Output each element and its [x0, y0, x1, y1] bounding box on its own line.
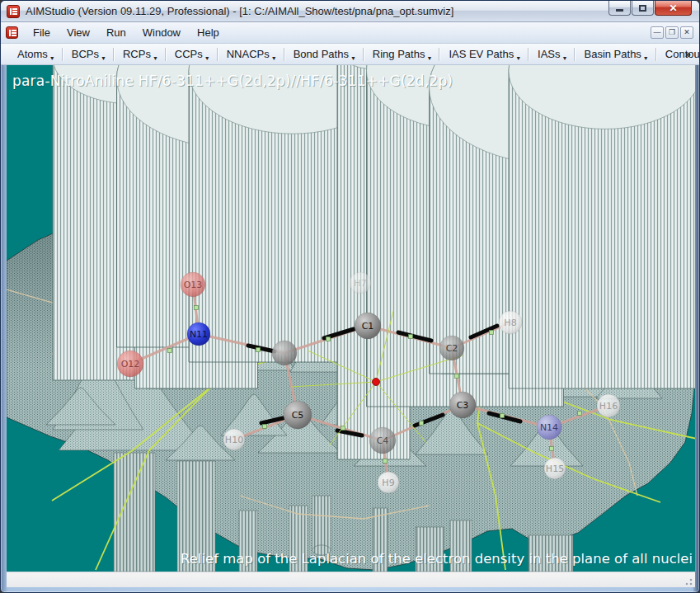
- toolbar-separator: [62, 48, 63, 61]
- ring-critical-point: [373, 379, 380, 386]
- toolbar-separator: [363, 48, 364, 61]
- toolbar-button-label: IAS EV Paths: [449, 48, 514, 60]
- bond-critical-point: [168, 349, 172, 353]
- dropdown-arrow-icon: ▼: [643, 55, 649, 61]
- toolbar-button-label: RCPs: [123, 48, 151, 60]
- toolbar-separator: [655, 48, 656, 61]
- app-icon: [7, 5, 20, 18]
- dropdown-arrow-icon: ▼: [350, 55, 356, 61]
- toolbar-button-ias-ev-paths[interactable]: IAS EV Paths▼: [441, 45, 526, 64]
- toolbar-button-label: BCPs: [72, 48, 99, 60]
- toolbar-separator: [113, 48, 114, 61]
- mdi-minimize-button[interactable]: —: [651, 26, 664, 39]
- bond-critical-point: [327, 337, 331, 341]
- close-button[interactable]: ✕: [655, 1, 692, 16]
- toolbar-button-label: CCPs: [175, 48, 203, 60]
- toolbar-separator: [284, 48, 284, 61]
- bond-critical-point: [263, 425, 267, 429]
- toolbar-button-label: Contours: [665, 48, 700, 60]
- window-title: AIMStudio (Version 09.11.29, Professiona…: [26, 5, 453, 17]
- maximize-button[interactable]: [632, 1, 654, 16]
- plot-title-overlay: para-NitroAniline HF/6-311++G(2d,2p)//HF…: [12, 73, 453, 89]
- menu-items: FileViewRunWindowHelp: [25, 23, 228, 42]
- atom-label-O12: O12: [121, 359, 140, 369]
- bond-critical-point: [195, 306, 199, 310]
- dropdown-arrow-icon: ▼: [271, 55, 277, 61]
- atom-label-H16: H16: [599, 401, 618, 412]
- atom-label-C3: C3: [457, 400, 469, 411]
- bond-critical-point: [409, 335, 413, 339]
- toolbar-button-label: Bond Paths: [294, 48, 349, 60]
- caption-line-1: Relief map of the Laplacian of the elect…: [181, 550, 695, 568]
- bond-critical-point: [550, 447, 554, 451]
- mdi-restore-button[interactable]: ❐: [665, 26, 679, 39]
- toolbar-separator: [528, 48, 529, 61]
- menu-item-file[interactable]: File: [25, 23, 59, 42]
- toolbar: Atoms▼BCPs▼RCPs▼CCPs▼NNACPs▼Bond Paths▼R…: [1, 44, 699, 65]
- menu-item-window[interactable]: Window: [134, 23, 189, 42]
- toolbar-button-contours[interactable]: Contours▼: [658, 45, 700, 64]
- bond-critical-point: [383, 459, 388, 464]
- close-icon: ✕: [669, 2, 677, 14]
- atom-label-C4: C4: [377, 435, 389, 446]
- bond-critical-point: [578, 412, 582, 416]
- atom-sphere: [272, 341, 297, 365]
- minimize-button[interactable]: [608, 1, 631, 16]
- maximize-icon: [639, 5, 646, 12]
- atom-label-C2: C2: [446, 343, 458, 354]
- bond-critical-point: [420, 421, 424, 426]
- caption-buttons: ✕: [608, 1, 692, 16]
- toolbar-button-ccps[interactable]: CCPs▼: [167, 45, 215, 64]
- atom-label-O13: O13: [184, 280, 203, 290]
- atom-label-H15: H15: [546, 464, 564, 474]
- dropdown-arrow-icon: ▼: [153, 55, 158, 61]
- toolbar-separator: [165, 48, 166, 61]
- relief-map-scene: O13H7C2H8O12N11C1C5C4C3H10H9N14H16H15: [7, 65, 695, 572]
- menu-bar: FileViewRunWindowHelp — ❐ ✕: [1, 22, 699, 44]
- menu-item-help[interactable]: Help: [189, 23, 228, 42]
- atom-label-H9: H9: [382, 478, 394, 488]
- toolbar-button-label: IASs: [538, 48, 560, 60]
- atom-label-N11: N11: [190, 329, 208, 340]
- atom-label-C1: C1: [362, 321, 374, 332]
- dropdown-arrow-icon: ▼: [515, 55, 521, 61]
- toolbar-separator: [439, 48, 439, 61]
- toolbar-separator: [217, 48, 218, 61]
- title-bar[interactable]: AIMStudio (Version 09.11.29, Professiona…: [1, 1, 699, 22]
- dropdown-arrow-icon: ▼: [49, 55, 55, 61]
- toolbar-separator: [574, 48, 575, 61]
- bond-critical-point: [455, 374, 459, 379]
- bond-critical-point: [256, 348, 261, 352]
- mdi-close-button[interactable]: ✕: [680, 26, 693, 39]
- dropdown-arrow-icon: ▼: [562, 55, 568, 61]
- atom-label-H7: H7: [354, 278, 366, 289]
- toolbar-button-rcps[interactable]: RCPs▼: [115, 45, 163, 64]
- bond-critical-point: [500, 414, 505, 418]
- status-bar: [7, 572, 695, 587]
- toolbar-button-bond-paths[interactable]: Bond Paths▼: [286, 45, 361, 64]
- toolbar-button-iass[interactable]: IASs▼: [530, 45, 572, 64]
- dropdown-arrow-icon: ▼: [204, 55, 210, 61]
- bond-critical-point: [490, 331, 494, 335]
- toolbar-button-label: NNACPs: [227, 48, 270, 60]
- mdi-child-icon[interactable]: [6, 26, 18, 39]
- resize-grip[interactable]: [683, 576, 693, 586]
- toolbar-button-nnacps[interactable]: NNACPs▼: [219, 45, 282, 64]
- below-plane-column: [114, 453, 155, 572]
- toolbar-overflow-chevron[interactable]: »: [685, 48, 691, 60]
- atom-label-N14: N14: [540, 422, 558, 433]
- toolbar-button-label: Basin Paths: [584, 48, 641, 60]
- toolbar-button-basin-paths[interactable]: Basin Paths▼: [576, 45, 653, 64]
- menu-item-run[interactable]: Run: [98, 23, 134, 42]
- toolbar-button-atoms[interactable]: Atoms▼: [10, 45, 60, 64]
- plot-caption: Relief map of the Laplacian of the elect…: [181, 514, 695, 572]
- menu-item-view[interactable]: View: [59, 23, 98, 42]
- bond-critical-point: [341, 426, 345, 431]
- toolbar-button-ring-paths[interactable]: Ring Paths▼: [365, 45, 438, 64]
- atom-label-C5: C5: [292, 410, 304, 421]
- app-window: AIMStudio (Version 09.11.29, Professiona…: [0, 0, 700, 593]
- viewport: O13H7C2H8O12N11C1C5C4C3H10H9N14H16H15 pa…: [7, 65, 695, 572]
- toolbar-button-bcps[interactable]: BCPs▼: [64, 45, 111, 64]
- minimize-icon: [616, 9, 623, 12]
- relief-map-canvas[interactable]: O13H7C2H8O12N11C1C5C4C3H10H9N14H16H15: [7, 65, 695, 572]
